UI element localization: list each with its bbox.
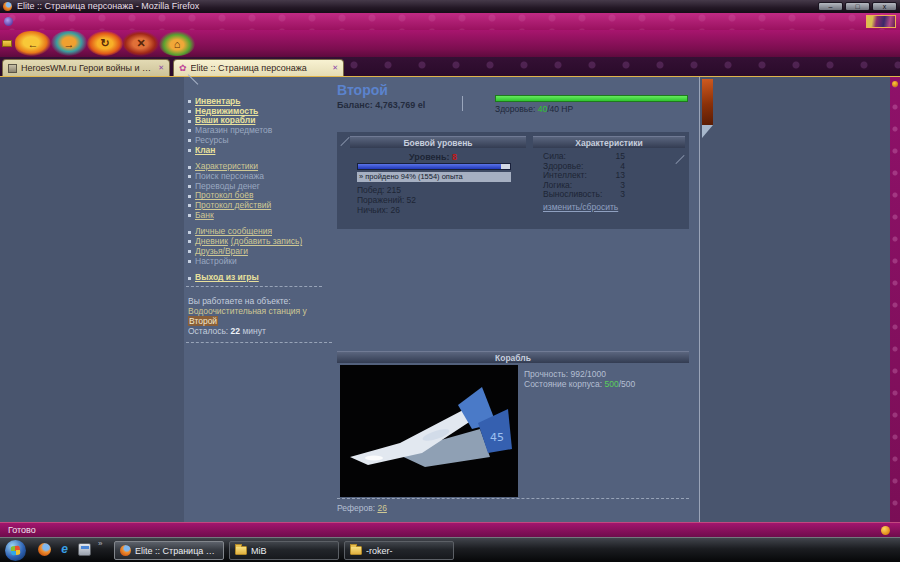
title-bar: Elite :: Страница персонажа - Mozilla Fi… xyxy=(0,0,900,13)
tab-label: HeroesWM.ru Герои войны и денег... xyxy=(21,63,154,73)
minimize-button[interactable]: – xyxy=(818,2,843,11)
sidebar-item[interactable]: Банк xyxy=(188,211,330,221)
sidebar-menu: ИнвентарьНедвижимостьВаши кораблиМагазин… xyxy=(188,97,330,290)
health-current: 40 xyxy=(538,104,547,114)
stat-label: Выносливость: xyxy=(543,190,602,200)
sidebar-link[interactable]: Выход из игры xyxy=(195,273,259,283)
reload-button[interactable]: ↻ xyxy=(87,31,123,56)
divider xyxy=(186,286,322,287)
health-max: /40 HP xyxy=(547,104,573,114)
bullet-icon xyxy=(188,250,191,253)
level-progress-fill xyxy=(358,164,501,169)
tab-elite[interactable]: ✿ Elite :: Страница персонажа ✕ xyxy=(173,59,344,76)
tab-bar: HeroesWM.ru Герои войны и денег... ✕ ✿ E… xyxy=(0,57,900,76)
edit-stats-link[interactable]: изменить/сбросить xyxy=(543,202,618,212)
tab-heroeswm[interactable]: HeroesWM.ru Герои войны и денег... ✕ xyxy=(2,59,170,76)
task-button-icon xyxy=(120,545,131,556)
browser-window: Elite :: Страница персонажа - Mozilla Fi… xyxy=(0,0,900,562)
stats-panel: Боевой уровень Характеристики Уровень: 8… xyxy=(337,132,689,229)
back-icon: ← xyxy=(28,38,39,50)
task-button-label: -roker- xyxy=(366,546,393,556)
stat-row: Выносливость: 3 xyxy=(543,190,625,200)
tab-close-icon[interactable]: ✕ xyxy=(332,64,338,72)
task-button[interactable]: MiB xyxy=(229,541,339,560)
work-remaining: Осталось: 22 минут xyxy=(188,326,307,336)
elite-favicon: ✿ xyxy=(179,64,187,73)
forward-button[interactable]: → xyxy=(51,31,87,56)
home-button[interactable]: ⌂ xyxy=(159,31,195,56)
page-content: ИнвентарьНедвижимостьВаши кораблиМагазин… xyxy=(0,76,900,522)
panel-decoration xyxy=(340,137,349,146)
sidebar-link[interactable]: Клан xyxy=(195,146,215,156)
sidebar-item[interactable]: Настройки xyxy=(188,257,330,267)
divider xyxy=(462,96,463,111)
work-remaining-value: 22 xyxy=(231,326,240,336)
windows-flag-icon xyxy=(11,546,21,556)
task-button[interactable]: Elite :: Страница пе... xyxy=(114,541,224,560)
balance: Баланс: 4,763,769 el xyxy=(337,100,425,110)
bullet-icon xyxy=(188,139,191,142)
status-notification-icon[interactable] xyxy=(881,526,890,535)
ship-graphic: 45 xyxy=(340,365,518,497)
losses: Поражений: 52 xyxy=(357,195,416,205)
hull-max: /500 xyxy=(619,379,636,389)
firefox-app-icon xyxy=(3,2,12,11)
scroll-up-icon[interactable] xyxy=(892,81,898,87)
health-bar xyxy=(495,95,688,102)
panel-decoration xyxy=(675,155,684,164)
ship-hull: Состояние корпуса: 500/500 xyxy=(524,379,635,389)
health-text: Здоровье: 40/40 HP xyxy=(495,104,573,114)
divider xyxy=(186,342,332,343)
start-button[interactable] xyxy=(5,540,26,561)
characteristics-header: Характеристики xyxy=(533,136,685,148)
quicklaunch-firefox-icon[interactable] xyxy=(38,543,51,556)
level-line: Уровень: 8 xyxy=(353,152,513,162)
bullet-icon xyxy=(188,120,191,123)
quicklaunch-document-icon[interactable] xyxy=(78,543,91,556)
taskbar: e » Elite :: Страница пе... MiB -roker- … xyxy=(0,537,900,562)
bullet-icon xyxy=(188,110,191,113)
persona-thumbnail[interactable] xyxy=(866,15,896,28)
ship-header-wrap: Корабль xyxy=(337,351,689,363)
heroeswm-favicon xyxy=(8,64,17,73)
bullet-icon xyxy=(188,166,191,169)
stop-button[interactable]: ✕ xyxy=(123,31,159,56)
back-button[interactable]: ← xyxy=(15,31,51,56)
stat-value: 3 xyxy=(620,190,625,200)
tab-close-icon[interactable]: ✕ xyxy=(158,64,164,72)
bullet-icon xyxy=(188,231,191,234)
ship-header: Корабль xyxy=(337,351,689,363)
sidebar-group-main: ИнвентарьНедвижимостьВаши кораблиМагазин… xyxy=(188,97,330,155)
menubar-decoration-icon xyxy=(4,17,13,26)
ship-image: 45 xyxy=(340,365,518,497)
referrals-link[interactable]: 26 xyxy=(377,503,386,513)
work-object-link[interactable]: Водоочистительная станция у xyxy=(188,306,307,316)
maximize-button[interactable]: □ xyxy=(845,2,870,11)
sidebar-group-character: ХарактеристикиПоиск персонажаПереводы де… xyxy=(188,162,330,220)
level-progress-caption: » пройдено 94% (1554) опыта xyxy=(357,172,511,182)
sidebar-item[interactable]: Клан xyxy=(188,146,330,156)
sidebar-link[interactable]: Банк xyxy=(195,211,214,221)
stat-rows: Сила: 15 Здоровье: 4 Интеллект: 13 Логик… xyxy=(543,152,625,200)
scrollbar-strip[interactable] xyxy=(890,77,900,523)
bullet-icon xyxy=(188,240,191,243)
menu-bar xyxy=(0,13,900,30)
bullet-icon xyxy=(188,204,191,207)
forward-icon: → xyxy=(64,38,75,50)
mail-icon[interactable] xyxy=(2,40,12,47)
task-button[interactable]: -roker- xyxy=(344,541,454,560)
window-title: Elite :: Страница персонажа - Mozilla Fi… xyxy=(17,0,199,13)
sidebar-item[interactable]: Выход из игры xyxy=(188,273,330,283)
character-name: Второй xyxy=(337,82,388,98)
bullet-icon xyxy=(188,277,191,280)
quicklaunch-expand-icon[interactable]: » xyxy=(98,539,102,548)
bullet-icon xyxy=(188,129,191,132)
work-object-selected: Второй xyxy=(188,316,218,326)
bullet-icon xyxy=(188,260,191,263)
sidebar-link[interactable]: Настройки xyxy=(195,257,237,267)
bullet-icon xyxy=(188,214,191,217)
tab-label: Elite :: Страница персонажа xyxy=(191,63,329,73)
quicklaunch-ie-icon[interactable]: e xyxy=(58,543,71,556)
corner-ornament xyxy=(702,79,713,125)
close-button[interactable]: x xyxy=(872,2,897,11)
